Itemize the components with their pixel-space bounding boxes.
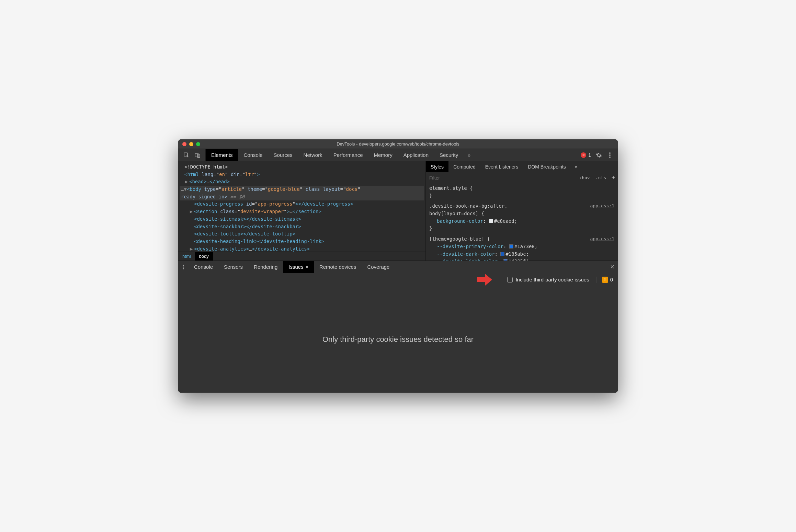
svg-point-8 bbox=[183, 268, 184, 269]
tab-security[interactable]: Security bbox=[434, 149, 464, 161]
tab-elements[interactable]: Elements bbox=[206, 149, 238, 161]
svg-point-3 bbox=[609, 152, 611, 154]
close-tab-icon[interactable]: × bbox=[306, 264, 308, 270]
dom-line[interactable]: <devsite-sitemask></devsite-sitemask> bbox=[180, 216, 424, 223]
color-swatch-icon[interactable] bbox=[500, 252, 504, 256]
traffic-lights bbox=[178, 142, 200, 146]
close-drawer-button[interactable]: × bbox=[610, 261, 614, 273]
titlebar: DevTools - developers.google.com/web/too… bbox=[178, 139, 618, 149]
dom-line[interactable]: <devsite-snackbar></devsite-snackbar> bbox=[180, 223, 424, 231]
more-tabs-button[interactable]: » bbox=[464, 149, 475, 161]
close-window-button[interactable] bbox=[182, 142, 186, 146]
breadcrumb: html body bbox=[178, 252, 425, 261]
kebab-menu-icon[interactable] bbox=[607, 152, 613, 158]
panels-row: <!DOCTYPE html> <html lang="en" dir="ltr… bbox=[178, 161, 618, 261]
main-tabs: Elements Console Sources Network Perform… bbox=[206, 149, 576, 161]
drawer: Console Sensors Rendering Issues× Remote… bbox=[178, 261, 618, 393]
expand-icon[interactable]: ▶ bbox=[189, 245, 193, 252]
issues-body: Only third-party cookie issues detected … bbox=[178, 286, 618, 393]
drawer-tab-rendering[interactable]: Rendering bbox=[248, 261, 283, 273]
tab-application[interactable]: Application bbox=[398, 149, 434, 161]
expand-icon[interactable]: ▶ bbox=[184, 178, 189, 186]
styles-panel: Styles Computed Event Listeners DOM Brea… bbox=[425, 161, 618, 261]
breadcrumb-item[interactable]: html bbox=[178, 252, 195, 261]
more-styles-tabs-button[interactable]: » bbox=[571, 161, 582, 172]
main-toolbar: Elements Console Sources Network Perform… bbox=[178, 149, 618, 161]
svg-point-4 bbox=[609, 154, 611, 156]
style-block[interactable]: app.css:1 .devsite-book-nav-bg:after, bo… bbox=[426, 201, 618, 234]
dom-line[interactable]: <devsite-progress id="app-progress"></de… bbox=[180, 200, 424, 208]
device-toggle-icon[interactable] bbox=[194, 152, 201, 158]
style-block[interactable]: app.css:1 [theme=google-blue] { --devsit… bbox=[426, 234, 618, 261]
color-swatch-icon[interactable] bbox=[509, 244, 513, 248]
tab-console[interactable]: Console bbox=[238, 149, 268, 161]
warning-icon bbox=[602, 277, 608, 283]
breadcrumb-item[interactable]: body bbox=[195, 252, 213, 261]
error-badge[interactable]: 1 bbox=[581, 152, 591, 158]
collapse-icon[interactable]: ▼ bbox=[184, 186, 186, 192]
styles-tab-styles[interactable]: Styles bbox=[426, 161, 448, 172]
styles-filter-bar: :hov .cls + bbox=[426, 172, 618, 183]
issues-toolbar: Include third-party cookie issues 0 bbox=[178, 273, 618, 286]
dom-line[interactable]: <devsite-tooltip></devsite-tooltip> bbox=[180, 230, 424, 238]
drawer-tab-coverage[interactable]: Coverage bbox=[362, 261, 395, 273]
styles-tab-dom-breakpoints[interactable]: DOM Breakpoints bbox=[523, 161, 570, 172]
issues-count: 0 bbox=[610, 277, 613, 282]
dom-line[interactable]: ▶<devsite-analytics>…</devsite-analytics… bbox=[180, 245, 424, 252]
error-count: 1 bbox=[588, 152, 591, 158]
drawer-kebab-icon[interactable] bbox=[178, 261, 189, 273]
svg-point-5 bbox=[609, 157, 611, 158]
tab-memory[interactable]: Memory bbox=[368, 149, 398, 161]
devtools-window: DevTools - developers.google.com/web/too… bbox=[178, 139, 618, 393]
dom-tree[interactable]: <!DOCTYPE html> <html lang="en" dir="ltr… bbox=[178, 161, 425, 252]
checkbox-label: Include third-party cookie issues bbox=[515, 277, 589, 282]
new-style-rule-button[interactable]: + bbox=[609, 174, 618, 181]
include-third-party-checkbox[interactable]: Include third-party cookie issues bbox=[507, 277, 589, 282]
error-icon bbox=[581, 152, 586, 158]
style-source-link[interactable]: app.css:1 bbox=[590, 235, 614, 242]
gear-icon[interactable] bbox=[596, 152, 602, 158]
styles-filter-input[interactable] bbox=[426, 175, 576, 181]
dom-line-selected[interactable]: …▼<body type="article" theme="google-blu… bbox=[180, 186, 424, 193]
dom-line[interactable]: <html lang="en" dir="ltr"> bbox=[180, 171, 424, 178]
style-source-link[interactable]: app.css:1 bbox=[590, 203, 614, 209]
color-swatch-icon[interactable] bbox=[489, 219, 493, 223]
dom-line[interactable]: <!DOCTYPE html> bbox=[180, 163, 424, 171]
dom-line[interactable]: ▶<section class="devsite-wrapper">…</sec… bbox=[180, 208, 424, 216]
annotation-arrow-icon bbox=[477, 274, 492, 287]
zoom-window-button[interactable] bbox=[196, 142, 200, 146]
dom-line[interactable]: <devsite-heading-link></devsite-heading-… bbox=[180, 238, 424, 245]
drawer-tab-issues[interactable]: Issues× bbox=[283, 261, 314, 273]
styles-tab-computed[interactable]: Computed bbox=[448, 161, 480, 172]
minimize-window-button[interactable] bbox=[189, 142, 193, 146]
styles-tab-event-listeners[interactable]: Event Listeners bbox=[480, 161, 523, 172]
tab-sources[interactable]: Sources bbox=[268, 149, 298, 161]
dom-line-selected[interactable]: ready signed-in> == $0 bbox=[180, 193, 424, 201]
color-swatch-icon[interactable] bbox=[503, 259, 508, 261]
inspect-element-icon[interactable] bbox=[183, 152, 190, 158]
toolbar-left-icons bbox=[178, 149, 206, 161]
elements-panel: <!DOCTYPE html> <html lang="en" dir="ltr… bbox=[178, 161, 425, 261]
issues-counter[interactable]: 0 bbox=[596, 277, 613, 283]
checkbox-icon bbox=[507, 277, 513, 282]
drawer-tabs: Console Sensors Rendering Issues× Remote… bbox=[178, 261, 618, 273]
hov-toggle[interactable]: :hov bbox=[576, 175, 592, 180]
tab-performance[interactable]: Performance bbox=[328, 149, 368, 161]
tab-network[interactable]: Network bbox=[298, 149, 328, 161]
drawer-tab-sensors[interactable]: Sensors bbox=[218, 261, 248, 273]
expand-icon[interactable]: ▶ bbox=[189, 208, 193, 216]
styles-body[interactable]: element.style { } app.css:1 .devsite-boo… bbox=[426, 183, 618, 261]
svg-point-7 bbox=[183, 266, 184, 267]
drawer-tab-remote-devices[interactable]: Remote devices bbox=[314, 261, 362, 273]
cls-toggle[interactable]: .cls bbox=[593, 175, 609, 180]
style-block[interactable]: element.style { } bbox=[426, 183, 618, 201]
svg-point-6 bbox=[183, 265, 184, 266]
issues-empty-message: Only third-party cookie issues detected … bbox=[322, 335, 474, 344]
dom-line[interactable]: ▶<head>…</head> bbox=[180, 178, 424, 186]
toolbar-right: 1 bbox=[576, 149, 618, 161]
drawer-tab-console[interactable]: Console bbox=[189, 261, 218, 273]
window-title: DevTools - developers.google.com/web/too… bbox=[178, 141, 618, 147]
styles-tabs: Styles Computed Event Listeners DOM Brea… bbox=[426, 161, 618, 172]
